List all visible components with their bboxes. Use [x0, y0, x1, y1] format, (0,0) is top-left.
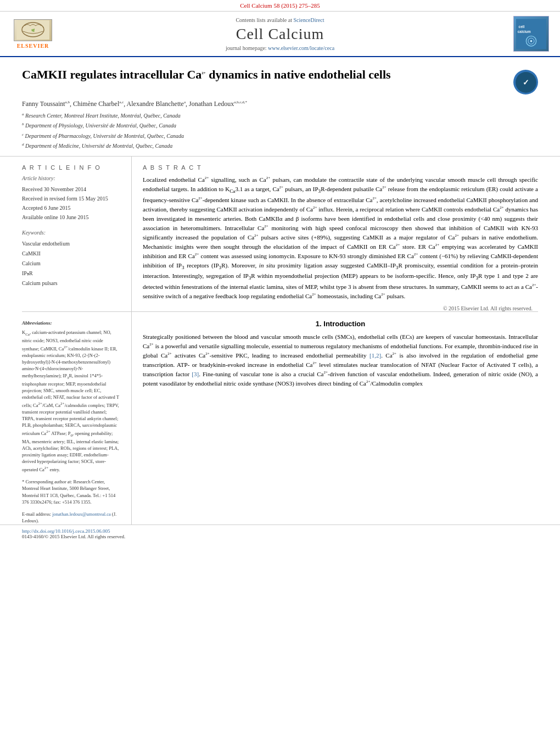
introduction-body: Strategically positioned between the blo…: [143, 332, 538, 388]
authors-line: Fanny Toussainta,b, Chimène Charbela,c, …: [22, 100, 538, 108]
introduction-column: 1. Introduction Strategically positioned…: [132, 312, 538, 525]
corresponding-author-note: * Corresponding author at: Research Cent…: [22, 478, 120, 505]
abstract-column: A B S T R A C T Localized endothelial Ca…: [132, 157, 538, 311]
affiliation-d: d Department of Medicine, Université de …: [22, 142, 538, 150]
cell-calcium-logo: cell calcium: [513, 16, 549, 52]
ref-3-link[interactable]: [3]: [192, 371, 199, 377]
svg-point-8: [530, 40, 533, 42]
abstract-body: Localized endothelial Ca2+ signalling, s…: [143, 175, 538, 301]
journal-header: 🌿 ELSEVIER Contents lists available at S…: [0, 12, 560, 57]
journal-homepage-link[interactable]: www.elsevier.com/locate/ceca: [268, 45, 334, 51]
affiliation-c: c Department of Pharmacology, Université…: [22, 132, 538, 141]
keywords-label: Keywords:: [22, 230, 120, 236]
journal-name: Cell Calcium: [55, 25, 505, 43]
ref-1-2-link[interactable]: [1,2]: [369, 352, 381, 359]
svg-text:✓: ✓: [523, 78, 529, 87]
sciencedirect-line: Contents lists available at ScienceDirec…: [55, 17, 505, 23]
abstract-heading: A B S T R A C T: [143, 164, 538, 171]
author-email-link[interactable]: jonathan.ledoux@umontreal.ca: [52, 511, 111, 517]
svg-text:🌿: 🌿: [31, 29, 35, 32]
journal-center-header: Contents lists available at ScienceDirec…: [55, 17, 505, 51]
article-history-label: Article history:: [22, 175, 120, 181]
issn-text: 0143-4160/© 2015 Elsevier Ltd. All right…: [22, 534, 125, 539]
elsevier-logo: 🌿 ELSEVIER: [11, 19, 55, 49]
article-info-heading: A R T I C L E I N F O: [22, 164, 120, 171]
revised-date: Received in revised form 15 May 2015: [22, 194, 120, 203]
appears-text: appears: [360, 272, 378, 279]
crossmark-badge[interactable]: ✓: [513, 70, 538, 94]
keyword-1: Vascular endothelium: [22, 239, 120, 249]
keywords-list: Vascular endothelium CaMKII Calcium IP₃R…: [22, 239, 120, 288]
article-info-abstract-section: A R T I C L E I N F O Article history: R…: [0, 157, 560, 311]
sciencedirect-link[interactable]: ScienceDirect: [293, 17, 324, 23]
svg-text:cell: cell: [519, 25, 525, 29]
introduction-heading: 1. Introduction: [143, 320, 538, 328]
journal-homepage-line: journal homepage: www.elsevier.com/locat…: [55, 45, 505, 51]
article-header: CaMKII regulates intracellular Ca2+ dyna…: [0, 57, 560, 157]
accepted-date: Accepted 6 June 2015: [22, 203, 120, 213]
affiliations-block: a Research Center, Montreal Heart Instit…: [22, 111, 538, 150]
abbreviations-text: KCa, calcium-activated potassium channel…: [22, 329, 120, 472]
journal-logo-area: cell calcium: [505, 16, 549, 52]
svg-text:calcium: calcium: [518, 30, 531, 34]
article-title-area: CaMKII regulates intracellular Ca2+ dyna…: [22, 67, 538, 94]
copyright-line: © 2015 Elsevier Ltd. All rights reserved…: [143, 305, 538, 311]
affiliation-b: b Department of Physiology, Université d…: [22, 121, 538, 130]
email-note: E-mail address: jonathan.ledoux@umontrea…: [22, 511, 120, 525]
elsevier-brand-text: ELSEVIER: [17, 43, 49, 49]
bottom-links-bar: http://dx.doi.org/10.1016/j.ceca.2015.06…: [0, 525, 560, 543]
abbreviations-label: Abbreviations:: [22, 320, 120, 327]
keyword-2: CaMKII: [22, 249, 120, 259]
svg-rect-3: [516, 19, 546, 49]
keyword-5: Calcium pulsars: [22, 278, 120, 288]
online-date: Available online 10 June 2015: [22, 213, 120, 222]
received-date: Received 30 November 2014: [22, 185, 120, 194]
keyword-3: Calcium: [22, 259, 120, 269]
doi-link[interactable]: http://dx.doi.org/10.1016/j.ceca.2015.06…: [22, 528, 110, 534]
article-citation: Cell Calcium 58 (2015) 275–285: [0, 0, 560, 12]
footnotes-column: Abbreviations: KCa, calcium-activated po…: [22, 312, 132, 525]
affiliation-a: a Research Center, Montreal Heart Instit…: [22, 111, 538, 120]
bottom-section: Abbreviations: KCa, calcium-activated po…: [0, 312, 560, 525]
keywords-section: Keywords: Vascular endothelium CaMKII Ca…: [22, 230, 120, 288]
keyword-4: IP₃R: [22, 269, 120, 278]
article-info-column: A R T I C L E I N F O Article history: R…: [22, 157, 132, 311]
article-title-text: CaMKII regulates intracellular Ca2+ dyna…: [22, 67, 513, 83]
article-dates: Received 30 November 2014 Received in re…: [22, 185, 120, 222]
elsevier-logo-image: 🌿: [14, 19, 52, 41]
